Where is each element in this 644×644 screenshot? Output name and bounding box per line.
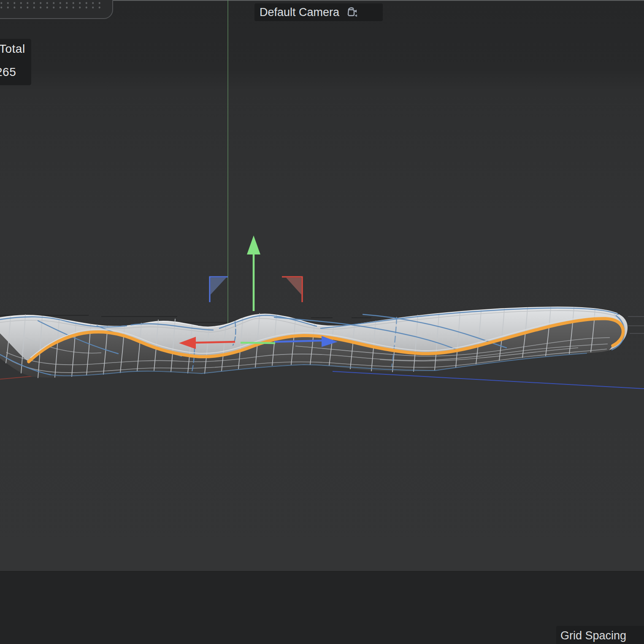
gizmo-y-axis-arrow[interactable] [247, 235, 260, 311]
toolbar-palette-grip [0, 0, 113, 19]
stats-total-value: 265 [0, 65, 16, 79]
stats-total-label: Total [0, 42, 25, 56]
scene-3d[interactable] [0, 0, 644, 571]
camera-label-box[interactable]: Default Camera [254, 3, 383, 21]
grid-spacing-label: Grid Spacing [560, 629, 626, 642]
application-window: Total 265 Default Camera Grid Spacing [0, 0, 644, 644]
bottom-panel: Grid Spacing [0, 571, 644, 644]
3d-viewport[interactable]: Total 265 Default Camera [0, 0, 644, 571]
gizmo-plane-handle-blue[interactable] [210, 277, 228, 302]
camera-switch-icon[interactable] [345, 6, 359, 19]
camera-label[interactable]: Default Camera [260, 6, 339, 19]
grip-dots-texture [0, 0, 105, 9]
world-z-axis-line [333, 371, 644, 389]
viewport-stats-box: Total 265 [0, 39, 31, 85]
grid-spacing-box: Grid Spacing [556, 626, 644, 644]
gizmo-green-segment[interactable] [241, 343, 275, 343]
world-x-axis-line [0, 376, 35, 379]
gizmo-plane-handle-red[interactable] [282, 277, 302, 302]
